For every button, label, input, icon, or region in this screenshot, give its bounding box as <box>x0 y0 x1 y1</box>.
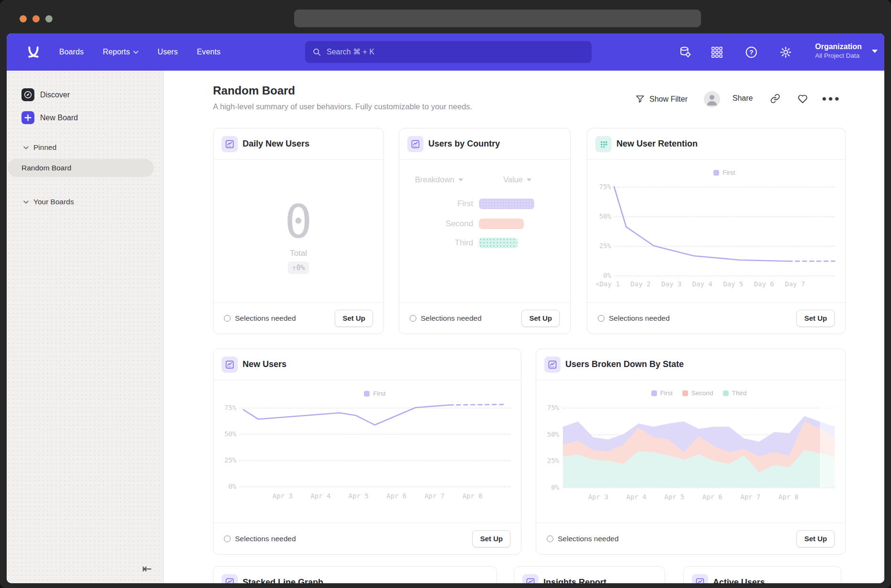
card-footer: Selections needed Set Up <box>399 302 570 334</box>
axis-prev-arrow[interactable]: < <box>595 280 599 288</box>
card-users-by-state: Users Broken Down By State First Second … <box>536 348 846 555</box>
dropdown-label: Value <box>503 175 523 184</box>
apps-grid-icon[interactable] <box>711 46 723 59</box>
browser-address-bar[interactable] <box>294 10 701 27</box>
x-axis-labels: Apr 3Apr 4Apr 5Apr 6Apr 7Apr 8 <box>239 492 510 501</box>
card-header: New User Retention <box>587 128 845 160</box>
window-minimize-button[interactable] <box>32 15 40 22</box>
retention-chart <box>614 187 835 275</box>
card-header: Active Users <box>684 567 841 583</box>
legend-swatch <box>651 390 657 396</box>
window-zoom-button[interactable] <box>45 15 53 22</box>
global-search[interactable] <box>305 41 592 63</box>
help-icon[interactable]: ? <box>745 46 758 59</box>
card-active-users: Active Users <box>683 566 841 583</box>
copy-link-icon[interactable] <box>770 94 780 104</box>
line-chart-icon <box>522 574 539 583</box>
org-name: Organization <box>815 42 862 52</box>
legend-label: First <box>660 389 673 397</box>
line-chart-icon <box>222 574 238 583</box>
chart-legend: First <box>614 169 835 176</box>
state-area-chart <box>563 408 835 487</box>
card-title: Daily New Users <box>243 139 309 149</box>
bar-label: First <box>399 199 473 209</box>
plus-icon <box>21 111 34 124</box>
legend-swatch <box>682 390 688 396</box>
card-insights-report: Insights Report <box>514 566 665 583</box>
search-input[interactable] <box>326 47 584 57</box>
card-title: Insights Report <box>543 578 606 584</box>
window-close-button[interactable] <box>20 15 27 22</box>
favorite-heart-icon[interactable] <box>797 93 808 105</box>
more-options-icon[interactable]: ●●● <box>822 94 841 104</box>
window-titlebar <box>0 0 891 33</box>
retention-grid-icon <box>595 136 612 152</box>
card-header: Insights Report <box>514 567 665 583</box>
nav-label: Users <box>158 48 178 56</box>
chevron-down-icon <box>458 178 463 181</box>
line-chart-icon <box>222 357 238 373</box>
status-circle-icon <box>598 315 605 322</box>
sidebar: Discover New Board Pinned Random Board <box>7 71 164 583</box>
card-footer: Selections needed Set Up <box>536 523 845 554</box>
data-management-icon[interactable] <box>679 46 692 59</box>
sidebar-item-random-board[interactable]: Random Board <box>8 159 154 177</box>
section-label: Pinned <box>33 143 56 152</box>
value-dropdown[interactable]: Value <box>503 175 531 184</box>
chart-legend: First <box>239 390 510 397</box>
show-filter-button[interactable]: Show Filter <box>635 94 688 104</box>
mixpanel-logo-icon[interactable] <box>27 46 40 58</box>
x-axis-labels: < Day 1Day 2Day 3Day 4Day 5Day 6Day 7 <box>614 280 835 289</box>
legend-label: Third <box>732 389 747 397</box>
status-text: Selections needed <box>609 314 670 323</box>
nav-item-boards[interactable]: Boards <box>59 48 84 56</box>
card-header: Daily New Users <box>213 128 383 160</box>
y-axis-labels: 75%50%25%0% <box>536 408 559 487</box>
chevron-down-icon <box>872 50 878 53</box>
compass-icon <box>21 88 34 101</box>
nav-item-events[interactable]: Events <box>197 48 221 56</box>
bar-label: Second <box>399 219 473 229</box>
legend-label: Second <box>691 389 713 397</box>
bar-third <box>479 238 518 248</box>
status-circle-icon <box>547 536 553 542</box>
page-subtitle: A high-level summary of user behaviors. … <box>213 102 472 111</box>
set-up-button[interactable]: Set Up <box>796 530 835 547</box>
country-bar-row: Third <box>399 238 518 248</box>
settings-gear-icon[interactable] <box>779 46 792 59</box>
sidebar-section-your-boards[interactable]: Your Boards <box>23 198 74 206</box>
x-axis-labels: Apr 3Apr 4Apr 5Apr 6Apr 7Apr 8 <box>563 493 835 502</box>
set-up-button[interactable]: Set Up <box>335 310 373 327</box>
status-circle-icon <box>224 536 231 542</box>
svg-text:?: ? <box>749 49 753 56</box>
metric-label: Total <box>213 249 383 258</box>
card-users-by-country: Users by Country Breakdown Value First S… <box>399 128 571 334</box>
set-up-button[interactable]: Set Up <box>796 310 835 327</box>
set-up-button[interactable]: Set Up <box>472 530 510 547</box>
set-up-button[interactable]: Set Up <box>521 310 560 327</box>
metric-value: 0 <box>213 199 383 245</box>
breakdown-dropdown[interactable]: Breakdown <box>415 175 463 184</box>
card-footer: Selections needed Set Up <box>213 302 383 334</box>
filter-funnel-icon <box>635 94 645 104</box>
sidebar-section-pinned[interactable]: Pinned <box>23 143 56 152</box>
top-nav: Boards Reports Users Events <box>7 33 884 71</box>
share-button[interactable]: Share <box>732 94 753 103</box>
section-label: Your Boards <box>33 198 74 206</box>
sidebar-item-new-board[interactable]: New Board <box>21 111 78 124</box>
line-chart-icon <box>407 136 424 152</box>
sidebar-collapse-icon[interactable]: ⇤ <box>142 563 152 575</box>
show-filter-label: Show Filter <box>649 95 688 104</box>
sidebar-item-discover[interactable]: Discover <box>21 88 70 101</box>
card-title: Active Users <box>713 578 765 584</box>
org-switcher[interactable]: Organization All Project Data <box>815 42 862 60</box>
card-daily-new-users: Daily New Users 0 Total ↑0% Selections n… <box>213 128 384 334</box>
bar-label: Third <box>399 238 473 248</box>
chevron-down-icon <box>527 178 531 181</box>
nav-item-reports[interactable]: Reports <box>103 48 138 56</box>
line-chart-icon <box>544 357 561 373</box>
avatar[interactable] <box>704 91 720 107</box>
nav-item-users[interactable]: Users <box>158 48 178 56</box>
country-bar-row: First <box>399 199 534 209</box>
card-header: Stacked Line Graph <box>213 567 497 583</box>
